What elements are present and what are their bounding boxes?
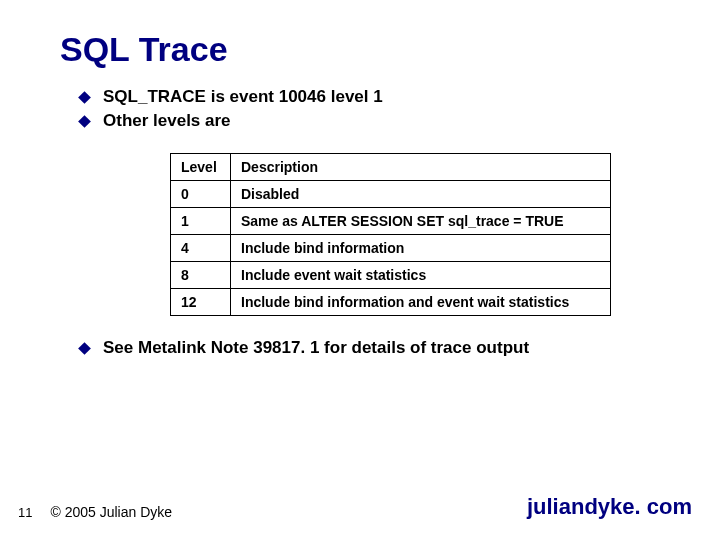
bullets-top: SQL_TRACE is event 10046 level 1 Other l… bbox=[80, 87, 660, 131]
table-row: 8 Include event wait statistics bbox=[171, 262, 611, 289]
copyright: © 2005 Julian Dyke bbox=[50, 504, 172, 520]
table-cell: 12 bbox=[171, 289, 231, 316]
bullet-text: Other levels are bbox=[103, 111, 231, 131]
table-header: Level bbox=[171, 154, 231, 181]
table-row: 1 Same as ALTER SESSION SET sql_trace = … bbox=[171, 208, 611, 235]
bullet-item: See Metalink Note 39817. 1 for details o… bbox=[80, 338, 660, 358]
table-cell: 8 bbox=[171, 262, 231, 289]
diamond-icon bbox=[78, 91, 91, 104]
slide-title: SQL Trace bbox=[60, 30, 660, 69]
table-cell: Disabled bbox=[231, 181, 611, 208]
table-cell: Include event wait statistics bbox=[231, 262, 611, 289]
diamond-icon bbox=[78, 342, 91, 355]
table-header-row: Level Description bbox=[171, 154, 611, 181]
table-row: 12 Include bind information and event wa… bbox=[171, 289, 611, 316]
bullets-bottom: See Metalink Note 39817. 1 for details o… bbox=[80, 338, 660, 358]
table-cell: Include bind information bbox=[231, 235, 611, 262]
page-number: 11 bbox=[18, 505, 32, 520]
bullet-text: See Metalink Note 39817. 1 for details o… bbox=[103, 338, 529, 358]
table-cell: 4 bbox=[171, 235, 231, 262]
table-cell: 0 bbox=[171, 181, 231, 208]
table-header: Description bbox=[231, 154, 611, 181]
table-cell: Same as ALTER SESSION SET sql_trace = TR… bbox=[231, 208, 611, 235]
slide: SQL Trace SQL_TRACE is event 10046 level… bbox=[0, 0, 720, 540]
levels-table: Level Description 0 Disabled 1 Same as A… bbox=[170, 153, 611, 316]
footer: 11 © 2005 Julian Dyke juliandyke. com bbox=[0, 494, 720, 520]
site-url: juliandyke. com bbox=[527, 494, 692, 520]
footer-left: 11 © 2005 Julian Dyke bbox=[18, 504, 172, 520]
table-cell: Include bind information and event wait … bbox=[231, 289, 611, 316]
bullet-text: SQL_TRACE is event 10046 level 1 bbox=[103, 87, 383, 107]
diamond-icon bbox=[78, 115, 91, 128]
levels-table-wrap: Level Description 0 Disabled 1 Same as A… bbox=[170, 153, 660, 316]
table-row: 4 Include bind information bbox=[171, 235, 611, 262]
bullet-item: SQL_TRACE is event 10046 level 1 bbox=[80, 87, 660, 107]
table-row: 0 Disabled bbox=[171, 181, 611, 208]
table-cell: 1 bbox=[171, 208, 231, 235]
bullet-item: Other levels are bbox=[80, 111, 660, 131]
